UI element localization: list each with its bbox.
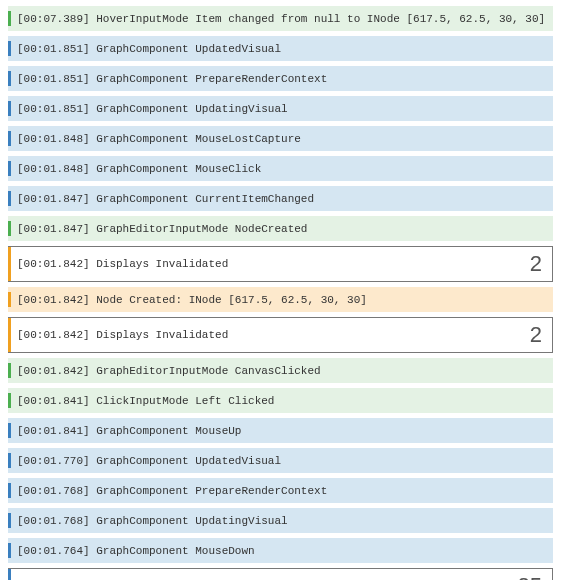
log-message: [00:01.851] GraphComponent PrepareRender…	[17, 73, 547, 85]
category-bar-blue	[8, 513, 11, 528]
log-entry[interactable]: [00:01.848] GraphComponent MouseClick	[8, 156, 553, 181]
log-entry[interactable]: [00:01.768] GraphComponent UpdatingVisua…	[8, 508, 553, 533]
log-message: [00:01.847] GraphComponent CurrentItemCh…	[17, 193, 547, 205]
log-event-list: [00:07.389] HoverInputMode Item changed …	[8, 6, 553, 580]
log-message: [00:01.841] ClickInputMode Left Clicked	[17, 395, 547, 407]
log-entry[interactable]: [00:01.764] GraphComponent MouseDown	[8, 538, 553, 563]
repeat-count-badge: 25	[514, 575, 546, 580]
log-entry[interactable]: [00:01.841] GraphComponent MouseUp	[8, 418, 553, 443]
log-message: [00:01.842] Displays Invalidated	[17, 329, 526, 341]
log-entry[interactable]: [00:01.842] Node Created: INode [617.5, …	[8, 287, 553, 312]
log-message: [00:01.842] Displays Invalidated	[17, 258, 526, 270]
category-bar-blue	[8, 131, 11, 146]
category-bar-green	[8, 221, 11, 236]
log-message: [00:01.841] GraphComponent MouseUp	[17, 425, 547, 437]
log-entry[interactable]: [00:01.842] Displays Invalidated2	[8, 246, 553, 282]
category-bar-green	[8, 11, 11, 26]
category-bar-orange	[8, 292, 11, 307]
log-entry[interactable]: [00:01.851] GraphComponent UpdatedVisual	[8, 36, 553, 61]
log-entry[interactable]: [00:07.389] HoverInputMode Item changed …	[8, 6, 553, 31]
log-message: [00:01.764] GraphComponent MouseDown	[17, 545, 547, 557]
log-message: [00:01.851] GraphComponent UpdatedVisual	[17, 43, 547, 55]
repeat-count-badge: 2	[526, 324, 546, 346]
category-bar-blue	[8, 453, 11, 468]
category-bar-blue	[8, 569, 11, 580]
category-bar-green	[8, 363, 11, 378]
log-entry[interactable]: [00:01.847] GraphEditorInputMode NodeCre…	[8, 216, 553, 241]
log-message: [00:01.842] GraphEditorInputMode CanvasC…	[17, 365, 547, 377]
log-entry[interactable]: [00:01.842] Displays Invalidated2	[8, 317, 553, 353]
category-bar-blue	[8, 423, 11, 438]
log-message: [00:01.847] GraphEditorInputMode NodeCre…	[17, 223, 547, 235]
log-message: [00:01.768] GraphComponent UpdatingVisua…	[17, 515, 547, 527]
category-bar-blue	[8, 543, 11, 558]
category-bar-blue	[8, 161, 11, 176]
log-message: [00:07.389] HoverInputMode Item changed …	[17, 13, 547, 25]
log-entry[interactable]: [00:00.996] GraphComponent MouseMove25	[8, 568, 553, 580]
log-entry[interactable]: [00:01.842] GraphEditorInputMode CanvasC…	[8, 358, 553, 383]
category-bar-blue	[8, 41, 11, 56]
category-bar-blue	[8, 101, 11, 116]
log-entry[interactable]: [00:01.851] GraphComponent PrepareRender…	[8, 66, 553, 91]
log-entry[interactable]: [00:01.768] GraphComponent PrepareRender…	[8, 478, 553, 503]
category-bar-orange	[8, 247, 11, 281]
log-message: [00:01.842] Node Created: INode [617.5, …	[17, 294, 547, 306]
repeat-count-badge: 2	[526, 253, 546, 275]
category-bar-orange	[8, 318, 11, 352]
category-bar-blue	[8, 191, 11, 206]
log-message: [00:01.770] GraphComponent UpdatedVisual	[17, 455, 547, 467]
category-bar-blue	[8, 71, 11, 86]
log-entry[interactable]: [00:01.848] GraphComponent MouseLostCapt…	[8, 126, 553, 151]
log-message: [00:01.848] GraphComponent MouseLostCapt…	[17, 133, 547, 145]
log-entry[interactable]: [00:01.770] GraphComponent UpdatedVisual	[8, 448, 553, 473]
log-entry[interactable]: [00:01.851] GraphComponent UpdatingVisua…	[8, 96, 553, 121]
log-entry[interactable]: [00:01.847] GraphComponent CurrentItemCh…	[8, 186, 553, 211]
category-bar-blue	[8, 483, 11, 498]
log-message: [00:01.848] GraphComponent MouseClick	[17, 163, 547, 175]
log-entry[interactable]: [00:01.841] ClickInputMode Left Clicked	[8, 388, 553, 413]
log-message: [00:01.851] GraphComponent UpdatingVisua…	[17, 103, 547, 115]
log-message: [00:01.768] GraphComponent PrepareRender…	[17, 485, 547, 497]
category-bar-green	[8, 393, 11, 408]
